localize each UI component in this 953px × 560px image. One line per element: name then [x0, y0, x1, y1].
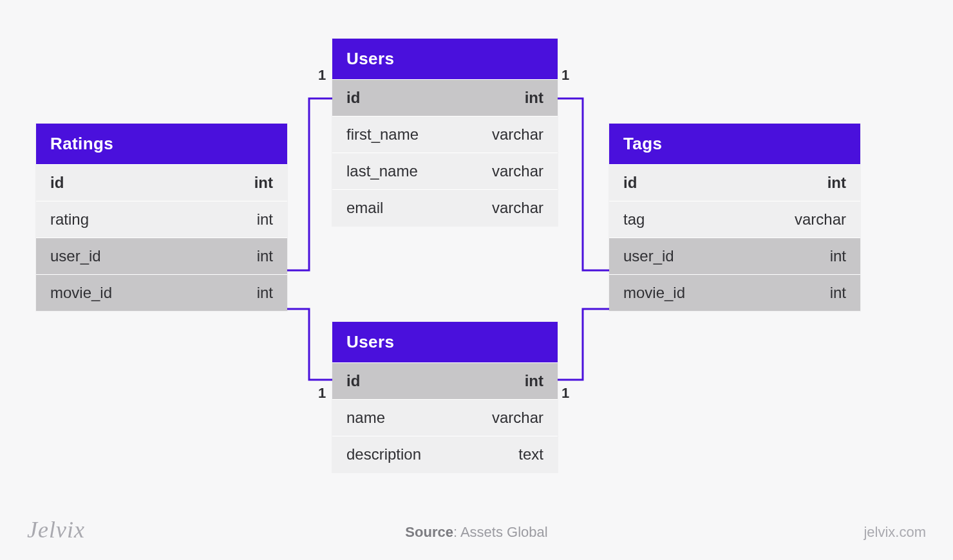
column-type: int	[827, 174, 846, 192]
column-type: varchar	[492, 162, 543, 180]
er-diagram-canvas: 1 1 1 1 Ratings id int rating int user_i…	[0, 0, 953, 560]
column-type: varchar	[795, 210, 846, 229]
column-type: int	[257, 210, 273, 229]
column-type: varchar	[492, 126, 543, 144]
column-row: movie_id int	[609, 274, 860, 311]
column-row: user_id int	[36, 238, 287, 274]
entity-ratings: Ratings id int rating int user_id int mo…	[36, 124, 287, 311]
column-name: id	[50, 174, 70, 192]
column-type: int	[525, 372, 543, 390]
column-name: email	[346, 199, 390, 217]
column-name: id	[346, 89, 366, 107]
column-name: rating	[50, 210, 95, 229]
column-type: int	[830, 284, 846, 302]
column-name: name	[346, 409, 392, 427]
column-row: last_name varchar	[332, 153, 558, 189]
column-name: user_id	[623, 247, 681, 265]
source-caption: Source: Assets Global	[405, 524, 547, 541]
cardinality-label: 1	[561, 385, 569, 402]
source-value: Assets Global	[460, 524, 548, 540]
column-row: user_id int	[609, 238, 860, 274]
column-row: name varchar	[332, 399, 558, 436]
column-row: description text	[332, 436, 558, 472]
column-name: first_name	[346, 126, 425, 144]
column-row: id int	[332, 362, 558, 399]
entity-title: Users	[332, 39, 558, 79]
cardinality-label: 1	[318, 385, 326, 402]
column-row: first_name varchar	[332, 116, 558, 153]
column-name: description	[346, 445, 428, 463]
column-type: varchar	[492, 409, 543, 427]
column-row: email varchar	[332, 189, 558, 226]
column-name: tag	[623, 210, 651, 229]
column-row: movie_id int	[36, 274, 287, 311]
entity-users-top: Users id int first_name varchar last_nam…	[332, 39, 558, 226]
column-type: int	[257, 247, 273, 265]
column-type: text	[518, 445, 543, 463]
column-name: id	[623, 174, 643, 192]
entity-users-bottom: Users id int name varchar description te…	[332, 322, 558, 472]
column-row: tag varchar	[609, 201, 860, 238]
column-name: movie_id	[623, 284, 692, 302]
column-row: id int	[36, 164, 287, 201]
column-row: id int	[609, 164, 860, 201]
column-row: rating int	[36, 201, 287, 238]
column-type: int	[525, 89, 543, 107]
column-name: last_name	[346, 162, 424, 180]
column-name: id	[346, 372, 366, 390]
entity-tags: Tags id int tag varchar user_id int movi…	[609, 124, 860, 311]
column-name: user_id	[50, 247, 108, 265]
site-url: jelvix.com	[863, 524, 926, 541]
column-name: movie_id	[50, 284, 118, 302]
cardinality-label: 1	[318, 67, 326, 84]
column-type: varchar	[492, 199, 543, 217]
brand-logo: Jelvix	[27, 516, 85, 543]
column-type: int	[830, 247, 846, 265]
column-row: id int	[332, 79, 558, 116]
source-label: Source	[405, 524, 453, 540]
column-type: int	[257, 284, 273, 302]
entity-title: Users	[332, 322, 558, 362]
cardinality-label: 1	[561, 67, 569, 84]
entity-title: Tags	[609, 124, 860, 164]
column-type: int	[254, 174, 273, 192]
entity-title: Ratings	[36, 124, 287, 164]
